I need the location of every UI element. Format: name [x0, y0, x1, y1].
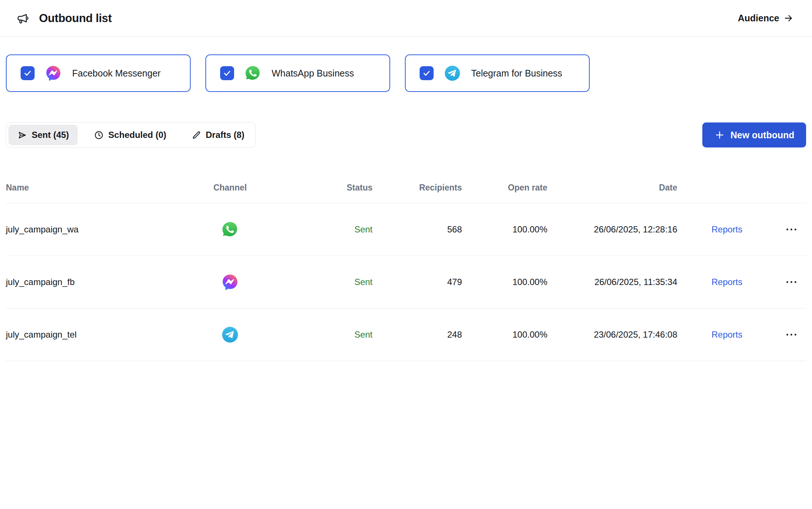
channel-checkbox[interactable]: [420, 66, 434, 80]
column-header-status: Status: [261, 183, 373, 193]
row-actions-menu-button[interactable]: [781, 224, 801, 235]
channel-label: Facebook Messenger: [72, 68, 160, 79]
arrow-right-icon: [784, 13, 794, 23]
open-rate-value: 100.00%: [462, 277, 547, 287]
reports-link[interactable]: Reports: [712, 277, 742, 287]
campaign-name: july_campaign_wa: [6, 224, 199, 235]
channel-label: Telegram for Business: [471, 68, 562, 79]
channel-checkbox[interactable]: [220, 66, 234, 80]
whatsapp-icon: [244, 65, 261, 82]
column-header-open-rate: Open rate: [462, 183, 547, 193]
status-badge: Sent: [261, 224, 373, 235]
dots-icon: [785, 280, 798, 284]
recipients-count: 568: [373, 224, 462, 235]
toolbar: Sent (45) Scheduled (0) Drafts (8) New o…: [6, 122, 806, 148]
channel-label: WhatsApp Business: [272, 68, 354, 79]
messenger-icon: [45, 65, 62, 82]
campaign-name: july_campaign_tel: [6, 330, 199, 340]
table-row: july_campaign_tel Sent 248 100.00% 23/06…: [6, 309, 806, 361]
audience-link[interactable]: Audience: [738, 13, 794, 24]
column-header-channel: Channel: [199, 183, 261, 193]
pencil-icon: [191, 130, 201, 140]
table-row: july_campaign_fb Sent 479 100.00% 26/06/…: [6, 256, 806, 309]
recipients-count: 248: [373, 330, 462, 340]
open-rate-value: 100.00%: [462, 224, 547, 235]
audience-label: Audience: [738, 13, 779, 24]
new-outbound-button[interactable]: New outbound: [702, 122, 806, 147]
status-badge: Sent: [261, 330, 373, 340]
outbound-table: Name Channel Status Recipients Open rate…: [0, 172, 812, 361]
reports-link[interactable]: Reports: [712, 330, 742, 340]
reports-link[interactable]: Reports: [712, 224, 742, 235]
sent-date: 26/06/2025, 12:28:16: [547, 224, 677, 235]
sent-date: 23/06/2025, 17:46:08: [547, 330, 677, 340]
campaign-name: july_campaign_fb: [6, 277, 199, 287]
megaphone-icon: [16, 12, 29, 25]
sent-date: 26/06/2025, 11:35:34: [547, 277, 677, 287]
top-bar: Outbound list Audience: [0, 0, 812, 37]
messenger-icon: [221, 273, 239, 291]
check-icon: [222, 68, 232, 78]
channel-filter-card[interactable]: WhatsApp Business: [205, 54, 390, 92]
status-badge: Sent: [261, 277, 373, 287]
whatsapp-icon: [221, 221, 239, 238]
dots-icon: [785, 333, 798, 337]
page-title: Outbound list: [39, 12, 112, 25]
tab-scheduled-0[interactable]: Scheduled (0): [85, 125, 175, 145]
channel-filters: Facebook Messenger WhatsApp Business Tel…: [6, 54, 806, 92]
channel-filter-card[interactable]: Facebook Messenger: [6, 54, 191, 92]
check-icon: [23, 68, 32, 78]
row-actions-menu-button[interactable]: [781, 329, 801, 340]
send-icon: [17, 130, 27, 140]
telegram-icon: [444, 65, 461, 82]
channel-filter-card[interactable]: Telegram for Business: [405, 54, 590, 92]
table-row: july_campaign_wa Sent 568 100.00% 26/06/…: [6, 203, 806, 256]
open-rate-value: 100.00%: [462, 330, 547, 340]
new-outbound-label: New outbound: [730, 130, 794, 140]
column-header-date: Date: [547, 183, 677, 193]
row-actions-menu-button[interactable]: [781, 277, 801, 288]
tab-bar: Sent (45) Scheduled (0) Drafts (8): [6, 122, 256, 148]
clock-icon: [94, 130, 104, 140]
telegram-icon: [221, 326, 239, 344]
column-header-name: Name: [6, 183, 199, 193]
dots-icon: [785, 228, 798, 231]
table-header-row: Name Channel Status Recipients Open rate…: [6, 172, 806, 203]
recipients-count: 479: [373, 277, 462, 287]
plus-icon: [714, 129, 725, 140]
channel-checkbox[interactable]: [21, 66, 35, 80]
table-body: july_campaign_wa Sent 568 100.00% 26/06/…: [6, 203, 806, 361]
column-header-recipients: Recipients: [373, 183, 462, 193]
check-icon: [422, 68, 431, 78]
tab-drafts-8[interactable]: Drafts (8): [183, 125, 253, 145]
tab-sent-45[interactable]: Sent (45): [8, 125, 78, 145]
